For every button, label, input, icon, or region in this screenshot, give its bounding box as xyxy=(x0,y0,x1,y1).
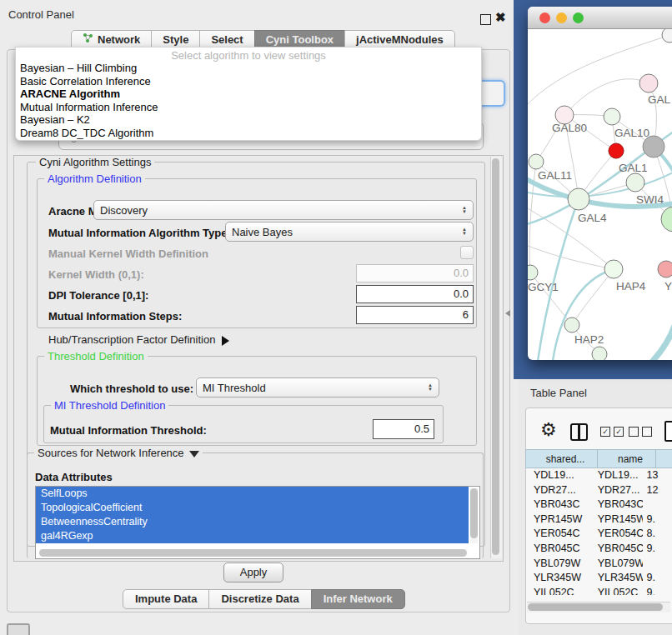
gear-icon[interactable]: ⚙ xyxy=(540,419,557,441)
table-cell[interactable]: 8. xyxy=(643,527,672,542)
table-cell[interactable]: YDL19... xyxy=(526,468,590,483)
split-pane-collapse-icon[interactable] xyxy=(505,310,510,317)
table-row[interactable]: YPR145WYPR145W9. xyxy=(526,512,672,528)
minimized-panel-icon[interactable] xyxy=(7,623,30,635)
algorithm-option[interactable]: ARACNE Algorithm xyxy=(16,88,481,101)
table-row[interactable]: YLR345WYLR345W9. xyxy=(526,571,672,586)
table-cell[interactable]: YDR27... xyxy=(590,483,643,498)
table-cell[interactable]: 12 xyxy=(643,483,672,498)
table-cell[interactable]: YIL052C xyxy=(590,586,643,595)
tab-discretize-data[interactable]: Discretize Data xyxy=(208,589,311,609)
algorithm-option[interactable]: Basic Correlation Inference xyxy=(16,75,481,88)
table-cell[interactable]: YBL079W xyxy=(590,557,643,572)
network-edge[interactable] xyxy=(572,269,614,325)
network-node[interactable] xyxy=(604,108,620,125)
network-node[interactable] xyxy=(564,318,579,332)
kernel-width-input[interactable]: 0.0 xyxy=(356,264,474,282)
network-node[interactable] xyxy=(662,29,672,42)
apply-button[interactable]: Apply xyxy=(223,562,283,582)
table-cell[interactable] xyxy=(643,498,672,512)
table-cell[interactable]: YIL052C xyxy=(526,586,590,595)
network-window-titlebar[interactable] xyxy=(528,7,672,29)
mi-threshold-input[interactable]: 0.5 xyxy=(373,419,434,439)
table-row[interactable]: YBR043CYBR043C xyxy=(526,498,672,512)
zoom-traffic-light-icon[interactable] xyxy=(573,12,584,23)
algorithm-option[interactable]: Dream8 DC_TDC Algorithm xyxy=(16,127,481,140)
table-row[interactable]: YDR27...YDR27...12 xyxy=(526,483,672,498)
column-header-partial[interactable] xyxy=(655,449,672,468)
table-cell[interactable]: YER054C xyxy=(526,527,590,542)
table-cell[interactable]: YBL079W xyxy=(526,557,590,572)
table-cell[interactable]: 9. xyxy=(643,542,672,557)
network-node[interactable] xyxy=(528,265,538,280)
network-edge[interactable] xyxy=(653,308,672,360)
tab-impute-data[interactable]: Impute Data xyxy=(123,589,209,609)
network-node[interactable] xyxy=(604,260,623,278)
select-all-columns-icon[interactable]: ✓✓ xyxy=(600,427,624,437)
network-node[interactable] xyxy=(658,261,672,278)
table-cell[interactable]: 13 xyxy=(643,468,672,483)
settings-vertical-scrollbar[interactable] xyxy=(490,157,502,558)
sources-group-title[interactable]: Sources for Network Inference xyxy=(34,447,203,459)
algorithm-option[interactable]: Bayesian – Hill Climbing xyxy=(16,62,481,75)
attribute-item[interactable]: BetweennessCentrality xyxy=(36,515,469,529)
attribute-item[interactable]: TopologicalCoefficient xyxy=(36,501,469,515)
table-cell[interactable]: 9. xyxy=(643,571,672,586)
network-node[interactable] xyxy=(643,136,664,158)
network-edge[interactable] xyxy=(529,162,536,272)
table-cell[interactable]: YPR145W xyxy=(526,512,590,528)
tab-infer-network[interactable]: Infer Network xyxy=(311,589,405,609)
which-threshold-select[interactable]: MI Threshold ▲▼ xyxy=(196,378,439,398)
network-edge[interactable] xyxy=(553,269,614,360)
mi-type-select[interactable]: Naive Bayes ▲▼ xyxy=(225,222,474,242)
aracne-mode-select[interactable]: Discovery ▲▼ xyxy=(93,200,474,220)
close-traffic-light-icon[interactable] xyxy=(539,12,550,23)
algorithm-option[interactable]: Bayesian – K2 xyxy=(16,113,481,127)
table-row[interactable]: YBR045CYBR045C9. xyxy=(526,542,672,557)
network-node[interactable] xyxy=(568,188,589,210)
close-icon[interactable]: ✖ xyxy=(495,10,506,25)
table-cell[interactable]: YBR045C xyxy=(526,542,590,557)
table-cell[interactable]: YDL19... xyxy=(590,468,643,483)
network-edge[interactable] xyxy=(564,79,649,115)
table-cell[interactable]: 9. xyxy=(643,586,672,595)
table-row[interactable]: YIL052CYIL052C9. xyxy=(526,586,672,595)
table-row[interactable]: YBL079WYBL079W xyxy=(526,557,672,572)
table-cell[interactable]: YLR345W xyxy=(590,571,643,586)
attributes-vertical-scrollbar[interactable] xyxy=(470,488,478,543)
network-node[interactable] xyxy=(529,154,544,169)
network-node[interactable] xyxy=(592,347,607,360)
table-row[interactable]: YER054CYER054C8. xyxy=(526,527,672,542)
network-node[interactable] xyxy=(626,173,644,192)
table-cell[interactable] xyxy=(643,557,672,572)
manual-kernel-checkbox[interactable] xyxy=(460,246,474,259)
mi-steps-input[interactable]: 6 xyxy=(356,306,474,324)
table-cell[interactable]: YPR145W xyxy=(590,512,643,528)
table-horizontal-scrollbar[interactable] xyxy=(527,602,670,612)
network-edge[interactable] xyxy=(528,244,614,269)
column-layout-icon[interactable] xyxy=(570,423,588,441)
algorithm-option[interactable]: Mutual Information Inference xyxy=(16,101,481,114)
table-cell[interactable]: YLR345W xyxy=(526,571,590,586)
document-icon[interactable] xyxy=(664,421,672,442)
network-view-window[interactable]: GALGAL80GAL10GAL1GAL11SWI4GAL4GCY1HAP4YH… xyxy=(528,7,672,360)
deselect-all-columns-icon[interactable] xyxy=(629,427,652,437)
attribute-item[interactable]: SelfLoops xyxy=(36,487,469,501)
table-cell[interactable]: YBR043C xyxy=(590,498,643,512)
table-cell[interactable]: YDR27... xyxy=(526,483,590,498)
float-window-icon[interactable] xyxy=(480,14,491,25)
table-cell[interactable]: YBR043C xyxy=(526,498,590,512)
network-node[interactable] xyxy=(639,74,658,92)
attributes-horizontal-scrollbar[interactable] xyxy=(38,549,469,558)
network-canvas[interactable]: GALGAL80GAL10GAL1GAL11SWI4GAL4GCY1HAP4YH… xyxy=(528,29,672,360)
table-row[interactable]: YDL19...YDL19...13 xyxy=(526,468,672,483)
column-header-name[interactable]: name xyxy=(597,449,656,468)
column-header-shared[interactable]: shared... xyxy=(525,449,598,468)
hub-definition-toggle[interactable]: Hub/Transcription Factor Definition xyxy=(48,333,229,346)
attribute-item[interactable]: gal4RGexp xyxy=(36,529,469,543)
table-cell[interactable]: YER054C xyxy=(590,527,643,542)
network-node[interactable] xyxy=(661,207,672,232)
table-cell[interactable]: YBR045C xyxy=(590,542,643,557)
dpi-tolerance-input[interactable]: 0.0 xyxy=(356,285,474,303)
table-cell[interactable]: 9. xyxy=(643,512,672,528)
